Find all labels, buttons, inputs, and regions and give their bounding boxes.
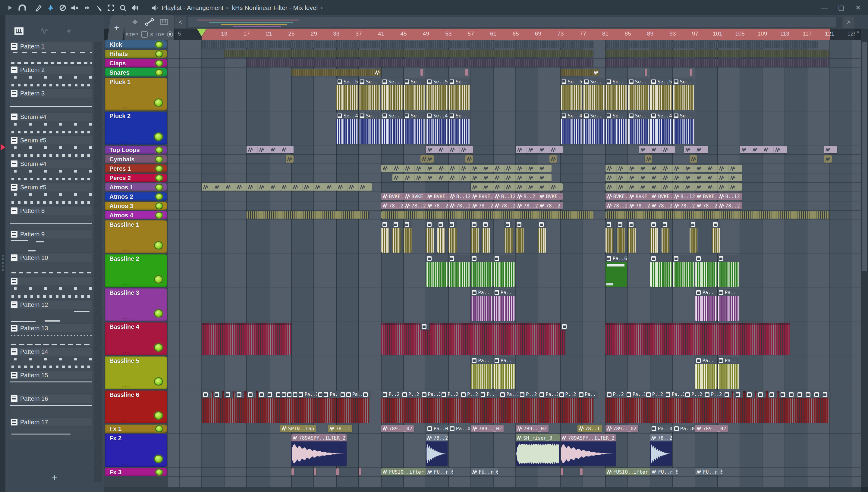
clip-labeled[interactable]: 789.._02 xyxy=(471,425,503,432)
clip-loop[interactable] xyxy=(561,69,599,76)
track-mute-led[interactable] xyxy=(155,212,163,219)
minimize-button[interactable]: — xyxy=(820,4,829,12)
zoom-select-icon[interactable] xyxy=(105,2,117,13)
track-header-bassline-4[interactable]: Bassline 4... xyxy=(105,322,167,355)
lane-atmos-4[interactable] xyxy=(168,211,861,220)
pattern-entry[interactable]: Pattern 8 xyxy=(10,206,92,229)
clip-labeled[interactable]: 78..1 xyxy=(578,425,602,432)
track-header-pluck-2[interactable]: Pluck 2... xyxy=(105,112,167,145)
clip-audio-labeled[interactable]: 78..2 xyxy=(606,202,630,209)
clip-pattern[interactable] xyxy=(628,221,636,253)
pattern-entry-header[interactable]: Pattern 2 xyxy=(10,66,92,74)
clip-audio-labeled[interactable]: 78..2 xyxy=(673,202,697,209)
clip-chip[interactable] xyxy=(420,323,429,330)
clip-labeled[interactable]: 789.._02 xyxy=(695,425,728,432)
clip-chip[interactable] xyxy=(247,391,256,398)
clip-tick[interactable] xyxy=(314,468,316,475)
track-mute-led[interactable] xyxy=(155,202,163,210)
lane-pluck-1[interactable]: Se..5Se..Se..Se..Se..5Se..Se..5Se..Se..S… xyxy=(168,77,861,112)
clip-pattern[interactable] xyxy=(392,221,401,253)
clip-chip[interactable]: P..2 xyxy=(381,391,401,398)
clip-labeled[interactable]: FU..r 6 xyxy=(695,468,722,475)
pattern-entry-header[interactable]: Pattern 15 xyxy=(10,371,92,379)
clip-audio-labeled[interactable]: B..12 xyxy=(448,193,473,200)
clip-labeled[interactable]: Pa..0 xyxy=(426,425,450,432)
draw-tool-icon[interactable] xyxy=(32,2,45,13)
clip-tick[interactable] xyxy=(336,468,339,475)
track-mute-led[interactable] xyxy=(155,193,163,200)
clip-pattern[interactable] xyxy=(448,221,456,253)
clip-pattern[interactable] xyxy=(471,255,492,287)
clip-pattern[interactable]: Pa..6 xyxy=(606,255,627,287)
pattern-entry-header[interactable]: Pattern 17 xyxy=(10,418,92,426)
clip-loop[interactable] xyxy=(606,59,829,67)
pattern-entry-header[interactable]: Serum #4 xyxy=(10,113,92,121)
clip-chip[interactable] xyxy=(723,391,732,398)
lane-bassline-5[interactable]: Pa..Pa..Pa..Pa.. xyxy=(168,356,861,390)
track-header-atmos-1[interactable]: Atmos 1 xyxy=(105,183,167,191)
clip-labeled[interactable]: FU..r 6 xyxy=(650,468,678,475)
clip-pattern[interactable]: Se.. xyxy=(583,78,604,110)
clip-labeled[interactable]: 789.._02 xyxy=(381,425,414,432)
pattern-entry-header[interactable]: Pattern 9 xyxy=(10,230,92,239)
clip-chip[interactable]: P..2 xyxy=(558,391,578,398)
clip-labeled[interactable]: FU..r 6 xyxy=(426,468,453,475)
clip-pattern[interactable] xyxy=(471,221,479,253)
clip-pattern[interactable]: Se.. xyxy=(381,78,403,110)
pattern-entry-header[interactable]: Pattern 10 xyxy=(10,253,92,262)
clip-pattern[interactable]: Se..4 xyxy=(561,112,582,144)
clip-audio-small[interactable] xyxy=(729,174,742,181)
lane-snares[interactable] xyxy=(168,68,861,77)
clip-pattern[interactable]: Se.. xyxy=(606,78,627,110)
track-header-bassline-6[interactable]: Bassline 6... xyxy=(105,391,167,423)
clip-pattern[interactable]: Se.. xyxy=(606,112,627,144)
clip-chip[interactable]: P..2 xyxy=(703,391,723,398)
pattern-entry[interactable]: Pattern 16 xyxy=(10,394,92,417)
clip-chip[interactable] xyxy=(746,391,755,398)
clip-audio-labeled[interactable]: B..12 xyxy=(718,193,742,200)
lane-kick[interactable] xyxy=(168,40,861,49)
clip-audio-labeled[interactable]: BVKE. xyxy=(695,193,720,200)
clip-pattern[interactable]: Pa.. xyxy=(695,357,717,389)
clip-chip[interactable]: Pa..2 xyxy=(538,391,558,398)
clip-audio-small[interactable] xyxy=(824,146,837,153)
close-button[interactable]: ✕ xyxy=(853,4,863,12)
clip-labeled[interactable]: SPIN..lap xyxy=(280,425,316,432)
clip-pattern[interactable] xyxy=(482,221,490,253)
pattern-entry-header[interactable]: Serum #5 xyxy=(10,183,92,192)
paint-tool-icon[interactable] xyxy=(45,2,57,13)
track-header-percs-2[interactable]: Percs 2 xyxy=(105,174,167,182)
clip-pattern[interactable] xyxy=(689,221,698,253)
clip-pattern[interactable] xyxy=(650,255,672,287)
pattern-entry[interactable] xyxy=(10,277,92,299)
track-header-fx-2[interactable]: Fx 2... xyxy=(105,434,167,467)
clip-audio-wave[interactable]: 789ASPY..ILTER_2 xyxy=(561,434,616,466)
clip-audio-labeled[interactable]: BVKE. xyxy=(471,193,495,200)
add-pattern-button[interactable]: + xyxy=(5,472,104,484)
clip-audio-small[interactable] xyxy=(359,183,372,191)
clip-pattern[interactable] xyxy=(617,221,625,253)
track-mute-led[interactable] xyxy=(155,69,163,76)
clip-pattern[interactable] xyxy=(437,221,445,253)
clip-pattern[interactable] xyxy=(516,221,524,253)
lane-bassline-6[interactable]: Pa..2Pa..2Pa..2P..2P..2Pa..2P..2P..2P..P… xyxy=(168,390,861,424)
playhead-marker[interactable] xyxy=(197,29,207,36)
track-mute-led[interactable] xyxy=(155,41,163,48)
track-mute-led[interactable] xyxy=(155,174,163,181)
track-header-pluck-1[interactable]: Pluck 1... xyxy=(105,78,167,110)
track-header-bassline-2[interactable]: Bassline 2... xyxy=(105,254,167,287)
clip-labeled[interactable]: Pa..0 xyxy=(448,425,473,432)
lane-pluck-2[interactable]: Se..4Se..Se..Se..Se..4Se..Se..4Se..Se..S… xyxy=(168,112,861,145)
mute-tool-icon[interactable] xyxy=(69,2,81,13)
clip-audio-labeled[interactable]: 78..2 xyxy=(426,202,450,209)
clip-audio-small[interactable] xyxy=(549,155,557,163)
clip-audio-labeled[interactable]: BVKE. xyxy=(426,193,450,200)
clip-audio-small[interactable] xyxy=(460,146,473,153)
pattern-entry[interactable]: Serum #5 xyxy=(10,136,92,158)
clip-pattern[interactable] xyxy=(381,221,390,253)
pattern-entry[interactable]: Pattern 9 xyxy=(10,230,92,252)
clip-dense-loop[interactable] xyxy=(202,323,291,355)
clip-pattern[interactable]: Pa.. xyxy=(695,289,717,321)
clip-audio-labeled[interactable]: 78..2 xyxy=(381,202,406,209)
clip-audio-small[interactable] xyxy=(729,165,742,172)
